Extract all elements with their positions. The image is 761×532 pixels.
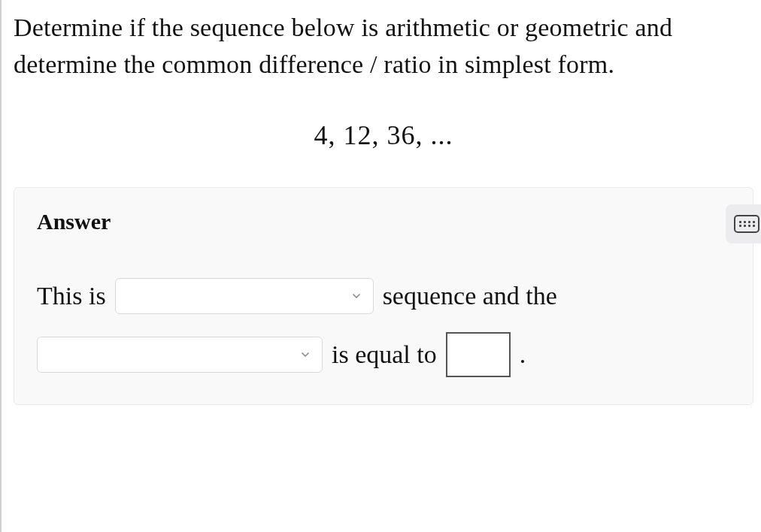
sequence-type-dropdown[interactable] [115, 278, 374, 314]
sentence-part-3: is equal to [332, 329, 437, 380]
difference-ratio-dropdown[interactable] [37, 337, 323, 373]
answer-heading: Answer [37, 209, 730, 234]
value-input[interactable] [446, 332, 511, 377]
sentence-part-2: sequence and the [383, 271, 557, 322]
chevron-down-icon [299, 349, 311, 361]
answer-panel: Answer This is sequence and the is equal… [14, 187, 753, 405]
question-prompt: Determine if the sequence below is arith… [14, 9, 753, 83]
keypad-icon [734, 215, 759, 233]
chevron-down-icon [350, 290, 362, 302]
sequence-display: 4, 12, 36, ... [14, 119, 753, 151]
keypad-button[interactable] [726, 204, 761, 243]
answer-sentence: This is sequence and the is equal to . [37, 271, 730, 380]
sentence-part-1: This is [37, 271, 106, 322]
sentence-period: . [520, 329, 526, 380]
